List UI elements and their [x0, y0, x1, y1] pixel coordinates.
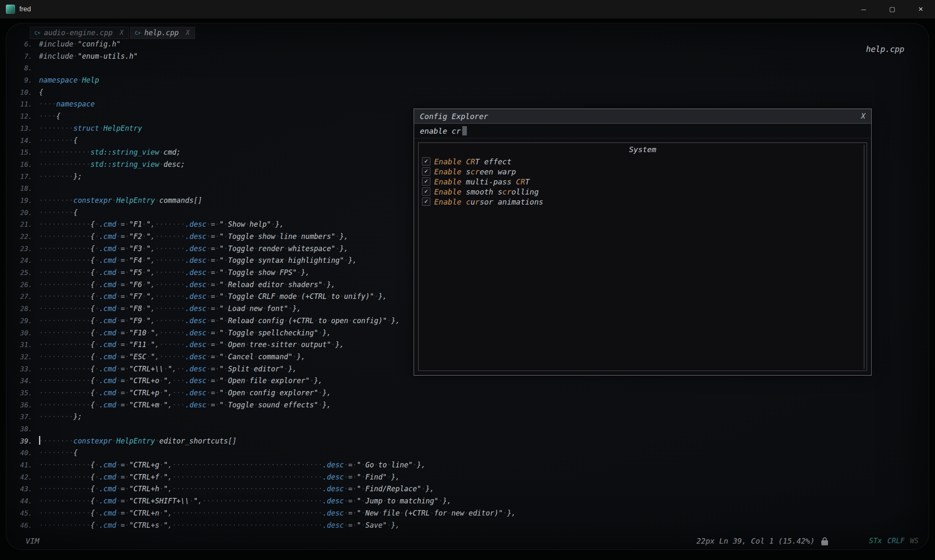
code-line[interactable]: 40.········{: [13, 447, 516, 459]
popup-title-text: Config Explorer: [420, 112, 488, 121]
config-explorer-popup: Config Explorer X enable cr System ✓Enab…: [414, 109, 872, 376]
code-line[interactable]: 9.namespace·Help: [13, 74, 516, 86]
line-number: 9.: [13, 75, 39, 87]
tab-audio-engine.cpp[interactable]: C+audio-engine.cppX: [30, 27, 129, 39]
line-number: 16.: [13, 159, 39, 171]
code-line[interactable]: 34.············{·.cmd·=·"CTRL+o·",···.de…: [13, 375, 516, 387]
line-number: 28.: [13, 303, 39, 315]
line-number: 12.: [13, 111, 39, 123]
line-number: 22.: [13, 231, 39, 243]
config-option-label: Enable multi-pass CRT: [434, 177, 530, 186]
status-cursor-position: 22px Ln 39, Col 1 (15.42%): [696, 537, 815, 545]
minimize-button[interactable]: ─: [849, 0, 878, 19]
line-number: 13.: [13, 123, 39, 135]
config-option[interactable]: ✓Enable cursor animations: [419, 197, 867, 207]
line-number: 18.: [13, 183, 39, 195]
code-line[interactable]: 43.············{·.cmd·=·"CTRL+h·",······…: [13, 483, 516, 495]
code-line[interactable]: 46.············{·.cmd·=·"CTRL+s·",······…: [13, 519, 516, 531]
status-flag-ws: WS: [910, 537, 919, 545]
line-number: 15.: [13, 147, 39, 159]
editor-viewport: C+audio-engine.cppXC+help.cppX help.cpp …: [6, 23, 929, 550]
line-number: 38.: [13, 423, 39, 436]
code-line[interactable]: 7.#include·"enum-utils.h": [13, 50, 516, 62]
tab-close-button[interactable]: X: [186, 29, 190, 36]
code-line[interactable]: 44.············{·.cmd·=·"CTRL+SHIFT+\\·"…: [13, 495, 516, 507]
line-number: 43.: [13, 483, 39, 495]
line-number: 27.: [13, 291, 39, 303]
input-block-cursor: [462, 126, 467, 135]
code-line[interactable]: 38.: [13, 423, 516, 435]
line-number: 44.: [13, 495, 39, 508]
line-number: 26.: [13, 279, 39, 291]
line-number: 24.: [13, 255, 39, 267]
code-line[interactable]: 45.············{·.cmd·=·"CTRL+n·",······…: [13, 507, 516, 519]
line-number: 19.: [13, 195, 39, 207]
window-title: fred: [19, 5, 31, 13]
config-option-label: Enable CRT effect: [434, 157, 511, 166]
line-number: 20.: [13, 207, 39, 219]
line-number: 30.: [13, 327, 39, 340]
code-line[interactable]: 10.{: [13, 86, 516, 99]
tab-close-button[interactable]: X: [120, 29, 123, 36]
checkbox-checked-icon[interactable]: ✓: [422, 157, 430, 166]
line-number: 45.: [13, 508, 39, 520]
config-option[interactable]: ✓Enable screen warp: [419, 166, 867, 176]
popup-titlebar: Config Explorer X: [414, 109, 871, 124]
status-bar: VIM 22px Ln 39, Col 1 (15.42%) STxCRLFWS: [6, 535, 929, 548]
line-number: 14.: [13, 135, 39, 147]
cpp-file-icon: C+: [135, 30, 141, 36]
config-option[interactable]: ✓Enable smooth scrolling: [419, 187, 867, 197]
line-number: 37.: [13, 411, 39, 423]
code-line[interactable]: 8.: [13, 62, 516, 74]
maximize-button[interactable]: ▢: [878, 0, 906, 19]
tab-help.cpp[interactable]: C+help.cppX: [130, 27, 195, 39]
line-number: 21.: [13, 219, 39, 231]
code-line[interactable]: 36.············{·.cmd·=·"CTRL+m·",···.de…: [13, 399, 516, 411]
popup-close-button[interactable]: X: [861, 112, 865, 120]
line-number: 7.: [13, 51, 39, 63]
code-line[interactable]: 39.········constexpr·HelpEntry·editor_sh…: [13, 435, 516, 447]
crt-screen: C+audio-engine.cppXC+help.cppX help.cpp …: [0, 19, 935, 560]
line-number: 29.: [13, 315, 39, 327]
config-option[interactable]: ✓Enable CRT effect: [419, 156, 867, 166]
code-line[interactable]: 41.············{·.cmd·=·"CTRL+g·",······…: [13, 459, 516, 471]
line-number: 33.: [13, 363, 39, 376]
tab-label: audio-engine.cpp: [44, 29, 113, 37]
checkbox-checked-icon[interactable]: ✓: [422, 197, 430, 206]
tab-bar: C+audio-engine.cppXC+help.cppX: [30, 27, 195, 39]
line-number: 32.: [13, 351, 39, 363]
line-number: 40.: [13, 447, 39, 459]
status-flag-stx: STx: [869, 537, 882, 545]
line-number: 31.: [13, 339, 39, 351]
config-search-input[interactable]: enable cr: [414, 124, 871, 138]
line-number: 23.: [13, 243, 39, 255]
cpp-file-icon: C+: [34, 30, 40, 36]
code-line[interactable]: 35.············{·.cmd·=·"CTRL+p·",···.de…: [13, 387, 516, 399]
code-line[interactable]: 37.········};: [13, 411, 516, 423]
line-number: 25.: [13, 267, 39, 279]
line-number: 46.: [13, 520, 39, 532]
line-number: 8.: [13, 62, 39, 75]
checkbox-checked-icon[interactable]: ✓: [422, 167, 430, 176]
config-option[interactable]: ✓Enable multi-pass CRT: [419, 176, 867, 187]
config-items: ✓Enable CRT effect✓Enable screen warp✓En…: [419, 156, 867, 207]
line-number: 39.: [13, 436, 39, 448]
config-option-label: Enable smooth scrolling: [434, 187, 539, 196]
line-number: 36.: [13, 399, 39, 412]
close-button[interactable]: ✕: [906, 0, 935, 19]
line-number: 6.: [13, 39, 39, 51]
code-line[interactable]: 6.#include·"config.h": [13, 38, 516, 50]
config-search-query: enable cr: [420, 127, 461, 135]
filename-overlay: help.cpp: [866, 44, 904, 54]
config-list[interactable]: System ✓Enable CRT effect✓Enable screen …: [418, 143, 867, 371]
app-icon: [6, 5, 15, 14]
lock-icon: [821, 540, 828, 545]
checkbox-checked-icon[interactable]: ✓: [422, 187, 430, 196]
scrollbar[interactable]: [864, 145, 865, 369]
status-mode-indicator: VIM: [26, 537, 39, 545]
code-line[interactable]: 42.············{·.cmd·=·"CTRL+f·",······…: [13, 471, 516, 483]
checkbox-checked-icon[interactable]: ✓: [422, 177, 430, 186]
line-number: 11.: [13, 99, 39, 111]
line-number: 41.: [13, 459, 39, 472]
status-flag-crlf: CRLF: [888, 537, 905, 545]
